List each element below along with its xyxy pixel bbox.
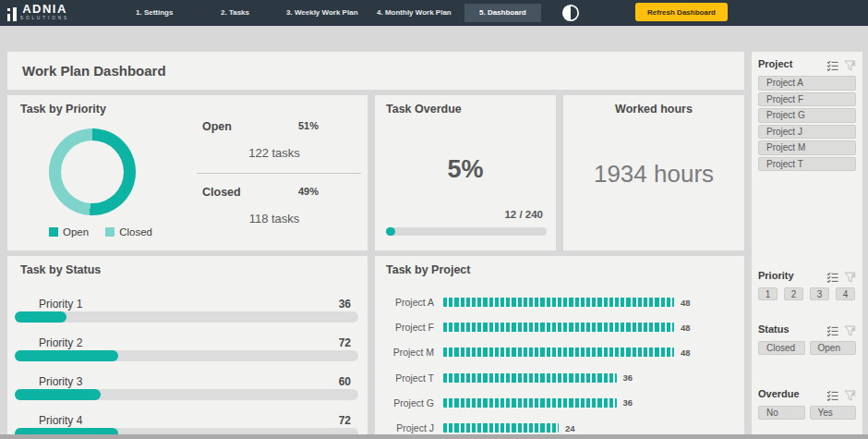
slicer-item-priority-3[interactable]: 3 — [810, 287, 829, 300]
contrast-toggle-icon[interactable] — [561, 4, 580, 22]
status-value: 72 — [339, 414, 351, 427]
logo-brand-text: ADNIA — [22, 3, 67, 15]
project-label: Project T — [377, 372, 434, 384]
adnia-logo-icon — [7, 7, 17, 21]
slicer-item-status-closed[interactable]: Closed — [758, 341, 805, 355]
slicer-project: ProjectProject AProject FProject GProjec… — [758, 57, 856, 173]
nav-tab-4-monthly-work-plan[interactable]: 4. Monthly Work Plan — [377, 0, 452, 26]
panel-title-task-overdue: Task Overdue — [386, 103, 462, 116]
slicer-item-priority-4[interactable]: 4 — [836, 287, 855, 300]
nav-tab-2-tasks[interactable]: 2. Tasks — [221, 0, 249, 26]
priority-stats: Open 51% 122 tasks Closed 49% 118 tasks — [187, 120, 361, 226]
donut-chart — [49, 128, 136, 215]
multi-select-icon[interactable] — [826, 388, 838, 399]
status-bar-track — [15, 428, 358, 434]
clear-filter-icon[interactable] — [844, 323, 856, 335]
slicer-header-project: Project — [758, 57, 856, 70]
panel-title-task-by-priority: Task by Priority — [20, 103, 106, 116]
worked-hours-value: 1934 hours — [563, 160, 744, 189]
overdue-percent: 5% — [375, 155, 556, 184]
slicer-item-project-project-a[interactable]: Project A — [758, 76, 856, 91]
status-row-line: Priority 360 — [15, 375, 358, 388]
multi-select-icon[interactable] — [826, 270, 838, 281]
status-bar-track — [15, 350, 358, 361]
slicer-overdue: OverdueNoYes — [758, 387, 856, 420]
project-value: 48 — [681, 323, 691, 333]
slicer-header-priority: Priority — [758, 269, 856, 282]
status-row-line: Priority 272 — [15, 336, 358, 349]
project-bar — [443, 373, 617, 383]
status-bar-track — [15, 311, 358, 323]
status-label: Priority 1 — [39, 298, 82, 311]
project-bar-chart: Project A48Project F48Project M48Project… — [377, 256, 737, 434]
status-value: 60 — [339, 375, 351, 388]
nav-tab-5-dashboard[interactable]: 5. Dashboard — [464, 4, 541, 22]
status-bar-fill — [15, 389, 101, 400]
slicer-status: StatusClosedOpen — [758, 323, 856, 355]
slicer-header-status: Status — [758, 323, 856, 335]
panel-task-by-project: Task by Project Project A48Project F48Pr… — [375, 256, 744, 434]
panel-worked-hours: Worked hours 1934 hours — [563, 95, 744, 250]
slicer-items-status: ClosedOpen — [758, 341, 856, 355]
slicer-item-overdue-yes[interactable]: Yes — [810, 406, 857, 420]
slicer-item-overdue-no[interactable]: No — [758, 406, 805, 420]
project-bar — [443, 423, 559, 433]
slicer-item-project-project-j[interactable]: Project J — [758, 125, 856, 140]
slicer-item-priority-2[interactable]: 2 — [784, 287, 803, 300]
slicer-item-project-project-t[interactable]: Project T — [758, 157, 856, 172]
status-bar-fill — [15, 428, 118, 434]
project-value: 36 — [623, 397, 633, 408]
status-row-line: Priority 136 — [15, 298, 358, 311]
slicer-item-status-open[interactable]: Open — [810, 341, 857, 355]
legend-swatch-open — [49, 227, 58, 237]
panel-task-overdue: Task Overdue 5% 12 / 240 — [375, 95, 556, 250]
slicer-item-project-project-m[interactable]: Project M — [758, 140, 856, 155]
slicer-items-project: Project AProject FProject GProject JProj… — [758, 76, 856, 173]
legend-item-closed: Closed — [105, 226, 152, 238]
status-bar-fill — [15, 311, 66, 323]
slicer-item-priority-1[interactable]: 1 — [758, 287, 778, 300]
nav-tab-3-weekly-work-plan[interactable]: 3. Weekly Work Plan — [286, 0, 358, 26]
project-row-project-a: Project A48 — [377, 297, 737, 308]
status-bar-track — [15, 389, 358, 400]
slicer-item-project-project-f[interactable]: Project F — [758, 92, 856, 107]
slicer-header-icons — [826, 323, 856, 335]
open-task-count: 122 tasks — [187, 146, 361, 160]
status-label: Priority 2 — [39, 336, 82, 349]
project-value: 48 — [681, 298, 691, 308]
project-label: Project A — [377, 297, 434, 308]
open-label: Open — [202, 120, 232, 134]
nav-tab-1-settings[interactable]: 1. Settings — [136, 0, 173, 26]
project-row-project-m: Project M48 — [377, 347, 737, 358]
status-row-priority-1: Priority 136 — [15, 298, 358, 323]
slicer-header-overdue: Overdue — [758, 387, 856, 400]
slicer-header-icons — [826, 270, 856, 281]
project-label: Project G — [377, 397, 434, 409]
project-label: Project J — [377, 422, 434, 433]
slicer-item-project-project-g[interactable]: Project G — [758, 108, 856, 123]
legend-item-open: Open — [49, 226, 89, 238]
project-bar — [443, 398, 617, 408]
slicer-priority: Priority1234 — [758, 269, 856, 300]
project-row-project-t: Project T36 — [377, 372, 737, 384]
slicer-header-icons — [826, 58, 856, 69]
clear-filter-icon[interactable] — [844, 58, 856, 69]
adnia-logo: ADNIA SOLUTIONS — [7, 3, 69, 21]
clear-filter-icon[interactable] — [844, 270, 856, 281]
project-label: Project F — [377, 322, 434, 333]
legend-label-open: Open — [63, 226, 89, 238]
clear-filter-icon[interactable] — [844, 388, 856, 399]
slicer-sidebar: ProjectProject AProject FProject GProjec… — [752, 52, 862, 434]
bottom-edge — [0, 434, 868, 439]
multi-select-icon[interactable] — [826, 323, 838, 335]
project-bar — [443, 298, 674, 307]
legend-swatch-closed — [105, 227, 115, 237]
project-bar — [443, 348, 674, 357]
donut-legend: OpenClosed — [49, 226, 152, 238]
panel-title-worked-hours: Worked hours — [563, 103, 744, 116]
slicer-items-priority: 1234 — [758, 287, 856, 300]
multi-select-icon[interactable] — [826, 58, 838, 69]
project-row-project-f: Project F48 — [377, 322, 737, 333]
refresh-dashboard-button[interactable]: Refresh Dashboard — [635, 3, 728, 21]
project-value: 36 — [623, 372, 633, 383]
